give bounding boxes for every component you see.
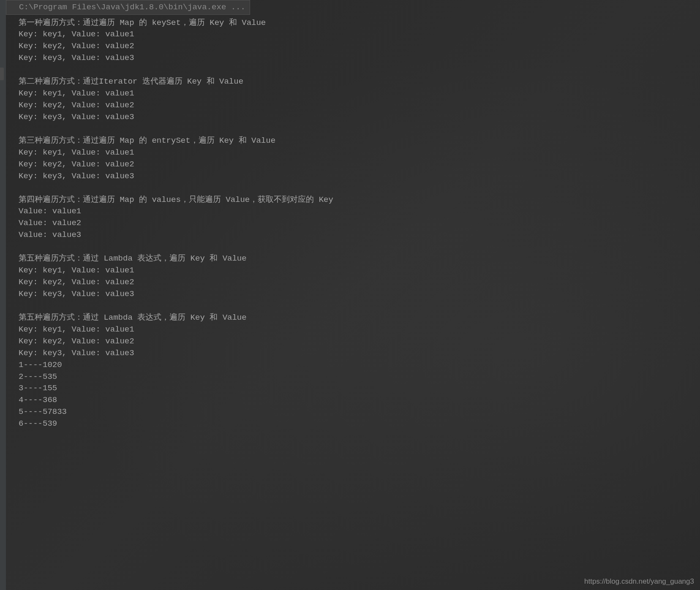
output-line: Value: value3 xyxy=(19,229,700,241)
output-line: Key: key3, Value: value3 xyxy=(19,111,700,123)
output-line: Key: key1, Value: value1 xyxy=(19,147,700,159)
blank-line xyxy=(19,64,700,76)
timing-line: 5----57833 xyxy=(19,406,700,418)
tool-button[interactable] xyxy=(0,68,4,80)
console-output: 第一种遍历方式：通过遍历 Map 的 keySet，遍历 Key 和 Value… xyxy=(6,15,700,430)
output-line: Key: key2, Value: value2 xyxy=(19,336,700,348)
console-output-area[interactable]: C:\Program Files\Java\jdk1.8.0\bin\java.… xyxy=(6,0,700,590)
output-line: Key: key3, Value: value3 xyxy=(19,52,700,64)
output-line: Key: key1, Value: value1 xyxy=(19,265,700,277)
output-line: Key: key2, Value: value2 xyxy=(19,277,700,288)
output-line: Value: value1 xyxy=(19,206,700,218)
timing-line: 1----1020 xyxy=(19,359,700,371)
output-line: Key: key1, Value: value1 xyxy=(19,88,700,100)
section-title: 第四种遍历方式：通过遍历 Map 的 values，只能遍历 Value，获取不… xyxy=(19,194,700,206)
tool-sidebar xyxy=(0,0,6,590)
output-line: Key: key1, Value: value1 xyxy=(19,324,700,336)
section-title: 第二种遍历方式：通过Iterator 迭代器遍历 Key 和 Value xyxy=(19,76,700,88)
output-line: Key: key3, Value: value3 xyxy=(19,288,700,300)
timing-line: 3----155 xyxy=(19,383,700,394)
section-title: 第一种遍历方式：通过遍历 Map 的 keySet，遍历 Key 和 Value xyxy=(19,17,700,29)
output-line: Value: value2 xyxy=(19,218,700,229)
blank-line xyxy=(19,300,700,312)
output-line: Key: key2, Value: value2 xyxy=(19,159,700,171)
section-title: 第五种遍历方式：通过 Lambda 表达式，遍历 Key 和 Value xyxy=(19,312,700,324)
timing-line: 6----539 xyxy=(19,418,700,430)
blank-line xyxy=(19,182,700,194)
blank-line xyxy=(19,241,700,253)
output-line: Key: key3, Value: value3 xyxy=(19,348,700,359)
output-line: Key: key2, Value: value2 xyxy=(19,100,700,111)
timing-line: 4----368 xyxy=(19,394,700,406)
section-title: 第三种遍历方式：通过遍历 Map 的 entrySet，遍历 Key 和 Val… xyxy=(19,135,700,147)
output-line: Key: key3, Value: value3 xyxy=(19,171,700,182)
output-line: Key: key2, Value: value2 xyxy=(19,41,700,52)
output-line: Key: key1, Value: value1 xyxy=(19,29,700,41)
watermark-text: https://blog.csdn.net/yang_guang3 xyxy=(584,576,694,587)
command-header[interactable]: C:\Program Files\Java\jdk1.8.0\bin\java.… xyxy=(6,0,250,15)
timing-line: 2----535 xyxy=(19,371,700,383)
section-title: 第五种遍历方式：通过 Lambda 表达式，遍历 Key 和 Value xyxy=(19,253,700,265)
blank-line xyxy=(19,123,700,135)
